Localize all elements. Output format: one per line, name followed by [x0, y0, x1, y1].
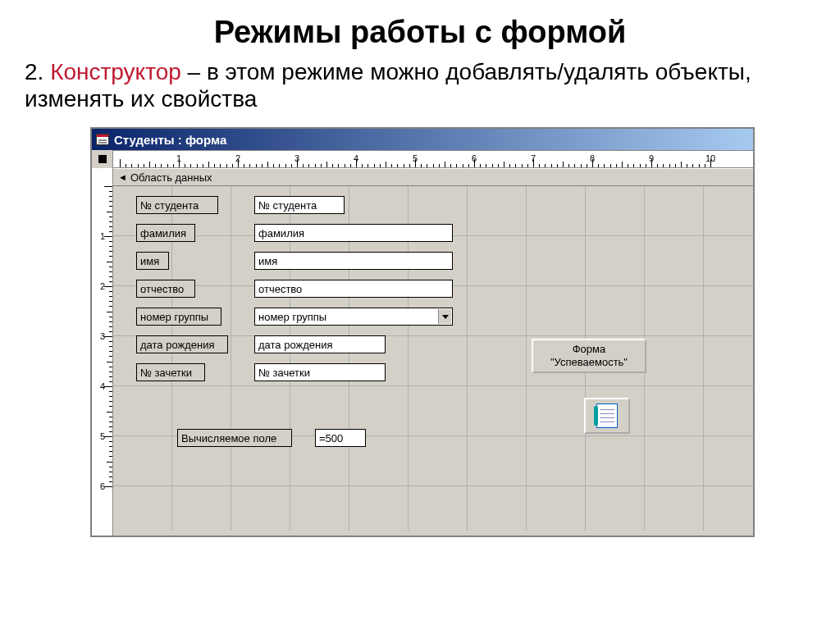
field-label[interactable]: отчество [136, 280, 195, 298]
ruler-number: 6 [472, 153, 477, 163]
section-header-label: Область данных [130, 171, 212, 184]
term-highlight: Конструктор [50, 59, 181, 84]
textbox-field[interactable]: отчество [254, 280, 453, 298]
window-title: Студенты : форма [114, 133, 226, 147]
ruler-number: 4 [354, 153, 358, 163]
form-icon [96, 134, 109, 145]
item-number: 2. [25, 59, 43, 84]
slide-description: 2. Конструктор – в этом режиме можно доб… [25, 58, 815, 112]
section-header-detail[interactable]: ◄ Область данных [113, 168, 753, 186]
design-area: ◄ Область данных № студента№ студентафам… [113, 168, 753, 536]
window-titlebar[interactable]: Студенты : форма [92, 129, 753, 150]
horizontal-ruler[interactable]: 12345678910 [113, 150, 753, 167]
icon-button[interactable] [584, 398, 630, 434]
field-label[interactable]: № студента [136, 196, 218, 214]
textbox-field[interactable]: фамилия [254, 224, 453, 242]
ruler-number: 4 [100, 381, 105, 391]
ruler-number: 3 [100, 331, 105, 341]
detail-section[interactable]: № студента№ студентафамилияфамилияимяимя… [113, 186, 753, 531]
ruler-number: 2 [235, 153, 240, 163]
ruler-number: 3 [294, 153, 299, 163]
ruler-number: 8 [590, 153, 595, 163]
field-label[interactable]: дата рождения [136, 335, 228, 353]
dropdown-icon[interactable] [438, 309, 451, 324]
subform-button[interactable]: Форма"Успеваемость" [532, 339, 646, 373]
ruler-number: 5 [100, 431, 105, 441]
field-label[interactable]: имя [136, 252, 169, 270]
ruler-number: 9 [649, 153, 654, 163]
notebook-icon [596, 403, 618, 428]
field-label[interactable]: номер группы [136, 308, 221, 326]
combo-field[interactable]: номер группы [254, 308, 453, 326]
form-designer-window: Студенты : форма 12345678910 123456 ◄ Об… [90, 127, 755, 537]
calc-field-label[interactable]: Вычисляемое поле [177, 429, 292, 447]
ruler-number: 10 [705, 153, 715, 163]
select-all-square[interactable] [98, 155, 107, 163]
ruler-corner[interactable] [92, 150, 113, 168]
textbox-field[interactable]: № студента [254, 196, 345, 214]
horizontal-ruler-row: 12345678910 [92, 150, 753, 168]
calc-field[interactable]: =500 [315, 429, 366, 447]
field-label[interactable]: фамилия [136, 224, 195, 242]
section-bullet-icon: ◄ [118, 172, 127, 182]
field-label[interactable]: № зачетки [136, 363, 205, 381]
textbox-field[interactable]: дата рождения [254, 335, 386, 353]
textbox-field[interactable]: имя [254, 252, 453, 270]
vertical-ruler[interactable]: 123456 [92, 168, 113, 536]
ruler-number: 2 [100, 281, 105, 291]
ruler-number: 5 [413, 153, 418, 163]
ruler-number: 7 [531, 153, 536, 163]
slide-title: Режимы работы с формой [0, 15, 840, 50]
ruler-number: 1 [176, 153, 181, 163]
ruler-number: 1 [100, 231, 105, 241]
ruler-number: 6 [100, 481, 105, 491]
textbox-field[interactable]: № зачетки [254, 363, 386, 381]
